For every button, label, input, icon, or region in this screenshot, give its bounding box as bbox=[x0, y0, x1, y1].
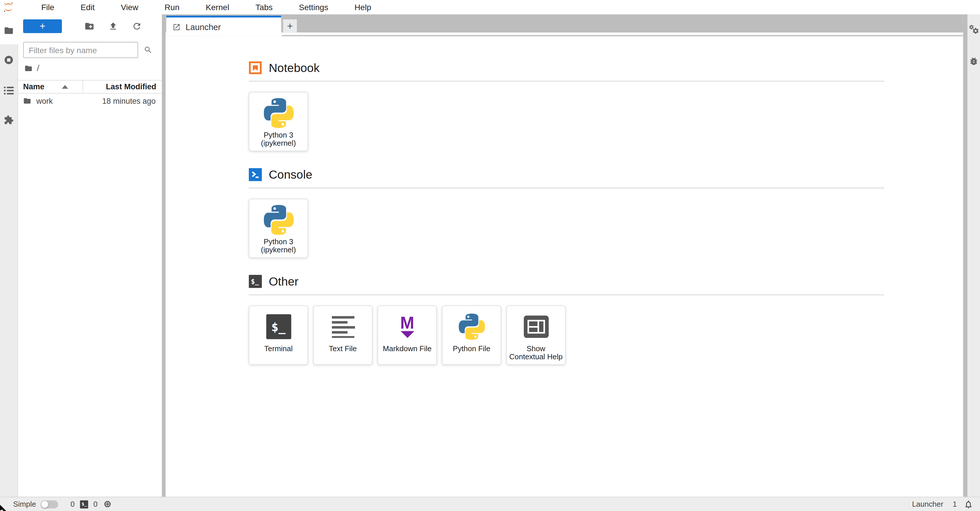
section-header-console: Console bbox=[248, 167, 884, 182]
new-tab-button[interactable]: + bbox=[283, 19, 297, 32]
right-activity-bar bbox=[967, 14, 980, 497]
debugger-tab-icon[interactable] bbox=[969, 56, 979, 67]
main-area: + / bbox=[0, 14, 980, 497]
kernel-status-icon[interactable] bbox=[103, 500, 112, 508]
card-label: Python 3 (ipykernel) bbox=[251, 238, 305, 254]
menu-view[interactable]: View bbox=[108, 3, 151, 12]
card-label-line1: Show bbox=[509, 345, 563, 353]
launcher-section-console: Console Python 3 (ipykernel) bbox=[248, 167, 884, 258]
launcher-card-python-file[interactable]: Python File bbox=[442, 306, 501, 365]
terminal-icon: $_ bbox=[250, 310, 308, 344]
filter-files-input[interactable] bbox=[23, 42, 138, 58]
launcher-card-markdown-file[interactable]: M Markdown File bbox=[377, 306, 437, 365]
card-label-line1: Python 3 bbox=[251, 131, 305, 139]
tab-bar: Launcher + bbox=[165, 14, 963, 37]
simple-mode-toggle[interactable] bbox=[40, 500, 58, 508]
new-folder-button[interactable] bbox=[84, 21, 94, 31]
search-icon bbox=[144, 46, 152, 54]
menu-help[interactable]: Help bbox=[341, 3, 385, 12]
notebook-cards: Python 3 (ipykernel) bbox=[248, 92, 884, 151]
launcher-card-terminal[interactable]: $_ Terminal bbox=[248, 306, 308, 365]
section-title: Console bbox=[269, 168, 312, 181]
other-cards: $_ Terminal bbox=[248, 306, 884, 365]
launcher-card-console-python3[interactable]: Python 3 (ipykernel) bbox=[248, 199, 308, 258]
home-folder-icon[interactable] bbox=[24, 64, 32, 72]
file-list-header: Name Last Modified bbox=[18, 81, 162, 94]
upload-files-button[interactable] bbox=[108, 21, 118, 31]
card-label: Show Contextual Help bbox=[509, 345, 563, 361]
card-label-line2: Contextual Help bbox=[509, 353, 563, 361]
jupyterlab-window: File Edit View Run Kernel Tabs Settings … bbox=[0, 0, 980, 511]
contextual-help-icon bbox=[507, 310, 565, 344]
text-file-icon bbox=[313, 310, 372, 344]
file-name: work bbox=[36, 97, 52, 105]
dock-panel: Launcher + Notebook bbox=[165, 14, 963, 497]
console-icon bbox=[248, 168, 262, 181]
file-browser-toolbar: + bbox=[18, 14, 162, 33]
extensions-tab-icon[interactable] bbox=[4, 115, 14, 125]
menu-items: File Edit View Run Kernel Tabs Settings … bbox=[28, 3, 384, 12]
terminal-prompt-glyph: $_ bbox=[271, 320, 285, 334]
file-row-work[interactable]: work 18 minutes ago bbox=[18, 94, 162, 108]
python-logo-icon bbox=[250, 203, 308, 237]
running-sessions-tab-icon[interactable] bbox=[4, 55, 14, 65]
markdown-m-glyph: M bbox=[400, 315, 414, 330]
section-divider bbox=[248, 81, 884, 82]
column-name-label: Name bbox=[23, 82, 45, 91]
menu-run[interactable]: Run bbox=[151, 3, 192, 12]
launcher-section-other: $_ Other $_ Terminal bbox=[248, 274, 884, 365]
terminal-count[interactable]: 0 bbox=[70, 500, 75, 508]
new-launcher-button[interactable]: + bbox=[23, 19, 62, 33]
file-browser-tab-icon[interactable] bbox=[4, 26, 14, 36]
menu-settings[interactable]: Settings bbox=[286, 3, 341, 12]
right-panel-splitter[interactable] bbox=[963, 14, 967, 497]
terminal-status-icon[interactable]: $_ bbox=[80, 500, 89, 508]
property-inspector-tab-icon[interactable] bbox=[969, 24, 979, 34]
file-listing: Name Last Modified work 18 minutes ago bbox=[18, 80, 162, 108]
tabbar-bottom-border bbox=[282, 32, 963, 36]
simple-mode-label: Simple bbox=[13, 500, 36, 508]
breadcrumb-root[interactable]: / bbox=[37, 63, 39, 73]
file-browser-panel: + / bbox=[18, 14, 162, 497]
breadcrumb: / bbox=[18, 64, 162, 72]
kernel-count[interactable]: 0 bbox=[93, 500, 97, 508]
card-label: Python 3 (ipykernel) bbox=[251, 131, 305, 147]
notebook-icon bbox=[248, 61, 262, 74]
launcher-body: Notebook Python 3 (ipykernel) bbox=[165, 36, 963, 497]
current-activity-label: Launcher bbox=[912, 500, 943, 508]
filter-files-field bbox=[23, 42, 157, 58]
table-of-contents-tab-icon[interactable] bbox=[4, 86, 14, 96]
status-bar: Simple 0 $_ 0 Launcher 1 bbox=[0, 497, 980, 511]
menu-kernel[interactable]: Kernel bbox=[192, 3, 242, 12]
card-label-line1: Python File bbox=[444, 345, 499, 353]
card-label: Text File bbox=[316, 345, 370, 353]
launcher-card-notebook-python3[interactable]: Python 3 (ipykernel) bbox=[248, 92, 308, 151]
card-label-line1: Markdown File bbox=[380, 345, 434, 353]
card-label: Markdown File bbox=[380, 345, 434, 353]
jupyter-logo-icon bbox=[3, 1, 14, 13]
console-cards: Python 3 (ipykernel) bbox=[248, 199, 884, 258]
card-label: Terminal bbox=[251, 345, 305, 353]
card-label-line1: Text File bbox=[316, 345, 370, 353]
status-bar-right: Launcher 1 bbox=[912, 500, 973, 509]
column-header-last-modified[interactable]: Last Modified bbox=[83, 82, 157, 91]
launcher-section-notebook: Notebook Python 3 (ipykernel) bbox=[248, 61, 884, 151]
launcher-card-show-contextual-help[interactable]: Show Contextual Help bbox=[506, 306, 565, 365]
section-title: Notebook bbox=[269, 61, 320, 75]
menu-tabs[interactable]: Tabs bbox=[242, 3, 286, 12]
panel-splitter[interactable] bbox=[162, 14, 165, 497]
card-label-line1: Python 3 bbox=[251, 238, 305, 246]
markdown-down-arrow bbox=[400, 331, 414, 338]
python-logo-icon bbox=[442, 310, 501, 344]
section-header-other: $_ Other bbox=[248, 274, 884, 289]
launcher-card-text-file[interactable]: Text File bbox=[313, 306, 372, 365]
notification-bell-icon[interactable] bbox=[964, 500, 973, 509]
toggle-knob bbox=[41, 501, 48, 508]
card-label-line1: Terminal bbox=[251, 345, 305, 353]
column-header-name[interactable]: Name bbox=[23, 81, 83, 93]
menu-file[interactable]: File bbox=[28, 3, 67, 12]
tab-launcher[interactable]: Launcher bbox=[166, 16, 281, 36]
refresh-file-list-button[interactable] bbox=[132, 21, 142, 31]
tab-launcher-label: Launcher bbox=[186, 22, 221, 32]
menu-edit[interactable]: Edit bbox=[67, 3, 108, 12]
